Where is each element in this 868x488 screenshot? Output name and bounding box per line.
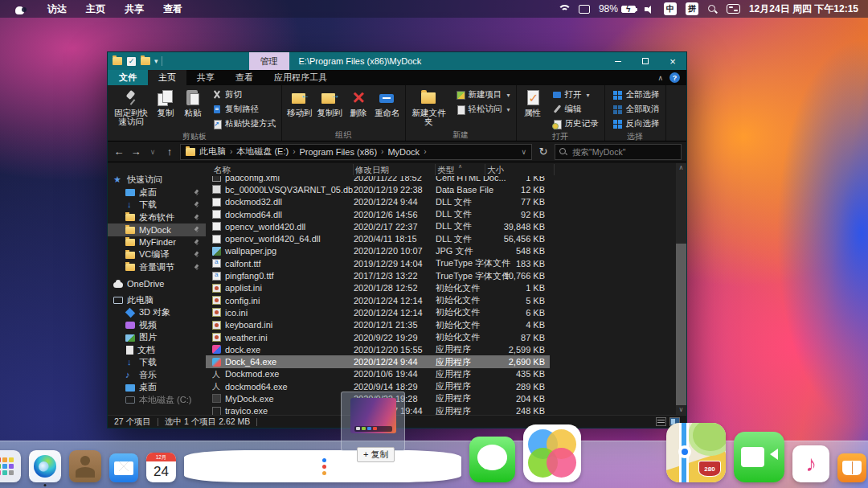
sidebar-section-0[interactable]: ★快速访问 [108,174,206,187]
search-box[interactable] [555,144,682,160]
breadcrumb-caret-icon[interactable]: ∨ [521,148,526,156]
dock-icon-music[interactable]: ♪ [792,445,829,482]
ribbon-button-move[interactable]: 移动到 [285,86,315,118]
dock-icon-maps[interactable]: 280 [666,423,726,482]
breadcrumb-item-2[interactable]: Program Files (x86) [299,147,377,157]
sidebar-item-桌面[interactable]: 桌面 [108,381,206,394]
ribbon-collapse-icon[interactable]: ∧ [657,74,663,82]
qat-properties-icon[interactable]: ✓ [127,57,136,66]
ime-pinyin-icon[interactable]: 拼 [686,2,698,15]
file-row-opencv_world420.dll[interactable]: opencv_world420.dll2020/2/17 22:37DLL 文件… [206,220,550,232]
ribbon-button-props[interactable]: 属性 [519,86,547,118]
file-row-dockmod32.dll[interactable]: dockmod32.dll2020/12/24 9:44DLL 文件77 KB [206,196,550,208]
scrollbar-track[interactable] [676,173,686,405]
up-icon[interactable]: ↑ [163,146,176,158]
dock-icon-launchpad[interactable] [0,450,21,482]
sidebar-item-本地磁盘 (C:)[interactable]: 本地磁盘 (C:) [108,394,206,407]
ribbon-button-edit[interactable]: 编辑 [549,102,602,117]
battery-indicator[interactable]: 98% ϟ [599,3,636,14]
help-icon[interactable]: ? [669,72,680,83]
file-row-padconfig.xml[interactable]: padconfig.xml2020/11/22 18:52Cent HTML D… [206,176,550,183]
close-button[interactable]: × [659,52,686,70]
refresh-icon[interactable]: ↻ [536,146,551,158]
sidebar-item-桌面[interactable]: 桌面 [108,187,206,199]
menu-item-0[interactable]: 访达 [47,3,67,14]
titlebar[interactable]: ✓ ▾ 管理 E:\Program Files (x86)\MyDock × [108,52,686,70]
file-row-wallpaper.jpg[interactable]: wallpaper.jpg2020/12/20 10:07JPG 文件548 K… [206,245,550,257]
breadcrumb-item-0[interactable]: 此电脑 [199,146,226,158]
sidebar-item-3D 对象[interactable]: 3D 对象 [108,306,206,319]
column-header-date[interactable]: 修改日期 [354,164,436,175]
sidebar-item-音量调节[interactable]: 音量调节 [108,261,206,274]
maximize-button[interactable] [632,52,659,70]
dock-icon-reminders[interactable] [184,450,461,482]
history-caret-icon[interactable]: ∨ [146,148,159,156]
sidebar-item-下载[interactable]: 下载 [108,356,206,369]
file-row-ico.ini[interactable]: ico.ini2020/12/24 12:14初始化文件6 KB [206,306,550,318]
back-icon[interactable]: ← [113,146,125,158]
file-row-Dock_64.exe[interactable]: Dock_64.exe2020/12/24 9:44应用程序2,690 KB [206,355,550,367]
file-row-keyboard.ini[interactable]: keyboard.ini2020/12/1 21:35初始化文件4 KB [206,319,550,331]
dock-settings-icon[interactable] [727,4,740,14]
file-row-opencv_world420_64.dll[interactable]: opencv_world420_64.dll2020/4/11 18:15DLL… [206,232,550,244]
file-row-config.ini[interactable]: config.ini2020/12/24 12:14初始化文件5 KB [206,294,550,306]
sidebar-item-发布软件[interactable]: 发布软件 [108,211,206,224]
ribbon-button-ren[interactable]: 重命名 [372,86,403,118]
column-header-name[interactable]: 名称 [212,164,354,175]
ribbon-button-open[interactable]: 打开▾ [549,88,602,102]
ribbon-button-copyto[interactable]: 复制到 [315,86,346,118]
tab-file[interactable]: 文件 [108,70,148,85]
tab-3[interactable]: 应用程序工具 [264,70,338,85]
file-row-Dockmod.exe[interactable]: Dockmod.exe2020/10/6 19:44应用程序435 KB [206,368,550,380]
dock-icon-mail[interactable] [109,453,138,482]
vertical-scrollbar[interactable]: ∧ ∨ [676,163,686,415]
ribbon-button-easy[interactable]: 轻松访问▾ [452,102,514,117]
qat-folder-icon[interactable] [113,57,122,65]
file-row-applist.ini[interactable]: applist.ini2020/1/28 12:52初始化文件1 KB [206,282,550,294]
breadcrumb-item-1[interactable]: 本地磁盘 (E:) [236,146,289,158]
apple-logo-icon[interactable] [14,4,25,14]
file-row-dockmod64.dll[interactable]: dockmod64.dll2020/12/6 14:56DLL 文件92 KB [206,208,550,220]
scrollbar-thumb[interactable] [676,244,686,405]
minimize-button[interactable] [604,52,632,70]
dock-icon-facetime[interactable] [734,432,784,482]
dock-icon-books[interactable] [837,453,866,482]
column-header-size[interactable]: 大小 [485,164,555,175]
sidebar-item-文档[interactable]: 文档 [108,344,206,357]
scroll-up-icon[interactable]: ∧ [679,163,684,173]
ribbon-button-copy[interactable]: 复制 [152,86,179,118]
volume-icon[interactable] [645,5,655,14]
forward-icon[interactable]: → [129,146,142,158]
sidebar-item-MyFinder[interactable]: MyFinder [108,236,206,249]
file-row-calfont.ttf[interactable]: calfont.ttf2019/12/29 14:04TrueType 字体文件… [206,257,550,269]
ime-chinese-icon[interactable]: 中 [664,2,677,15]
sidebar-item-音乐[interactable]: ♪音乐 [108,369,206,382]
sidebar-item-视频[interactable]: 视频 [108,319,206,332]
ribbon-button-del[interactable]: 删除 [345,86,372,118]
sidebar-item-MyDock[interactable]: MyDock [108,223,206,236]
dock-icon-messages[interactable] [469,437,515,482]
ribbon-button-paste[interactable]: 粘贴 [179,86,207,118]
search-input[interactable] [571,146,677,158]
qat-caret-icon[interactable]: ▾ [154,57,158,65]
dock-icon-calendar[interactable]: 12月24 [146,453,176,482]
file-row-pingfang0.ttf[interactable]: pingfang0.ttf2017/12/3 13:22TrueType 字体文… [206,269,550,281]
sidebar-item-VC编译[interactable]: VC编译 [108,248,206,261]
tab-1[interactable]: 共享 [186,70,225,85]
dock-icon-edge[interactable] [29,450,61,482]
dock-icon-gamecenter[interactable] [523,424,581,482]
file-row-dock.exe[interactable]: dock.exe2020/12/20 15:55应用程序2,599 KB [206,343,550,355]
menu-item-3[interactable]: 查看 [163,3,182,14]
ribbon-button-cut[interactable]: 剪切 [209,88,279,102]
file-row-weather.ini[interactable]: weather.ini2020/9/22 19:29初始化文件87 KB [206,331,550,343]
sidebar-item-下载[interactable]: 下载 [108,199,206,211]
ribbon-button-shortcut[interactable]: 粘贴快捷方式 [209,117,279,131]
search-icon[interactable] [707,4,718,14]
wifi-icon[interactable] [558,5,570,14]
ribbon-button-selinv[interactable]: 反向选择 [610,117,663,131]
contextual-tab-manage[interactable]: 管理 [249,52,289,70]
menu-item-2[interactable]: 共享 [125,3,144,14]
scroll-down-icon[interactable]: ∨ [679,405,684,415]
sidebar-section-2[interactable]: 此电脑 [108,294,206,307]
menu-item-1[interactable]: 主页 [86,3,105,14]
